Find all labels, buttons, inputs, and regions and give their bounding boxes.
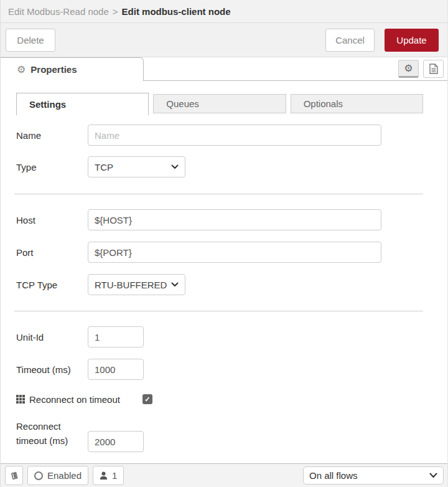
breadcrumb: Edit Modbus-Read node > Edit modbus-clie…	[1, 0, 447, 23]
tab-settings[interactable]: Settings	[16, 93, 149, 115]
node-settings-button[interactable]: ⚙	[398, 60, 419, 78]
reconnect-on-timeout-checkbox[interactable]: ✓	[142, 394, 152, 404]
tab-queues[interactable]: Queues	[153, 94, 286, 113]
chevron-down-icon	[429, 473, 437, 478]
unit-id-input[interactable]	[88, 326, 144, 348]
dialog-footer: Enabled 1 On all flows	[1, 463, 447, 487]
properties-tab-label: Properties	[30, 64, 77, 75]
breadcrumb-parent-link[interactable]: Edit Modbus-Read node	[8, 6, 109, 17]
port-input[interactable]	[88, 242, 381, 263]
settings-form: Name Type TCP Host Port TCP Type RTU-BUF…	[1, 125, 447, 452]
properties-header: ⚙ Properties ⚙	[1, 57, 447, 81]
user-icon	[100, 471, 108, 480]
reconnect-on-timeout-label: Reconnect on timeout	[29, 394, 120, 405]
grid-icon	[16, 395, 25, 404]
breadcrumb-separator: >	[113, 6, 118, 17]
settings-tab-strip: Settings Queues Optionals	[16, 93, 423, 115]
timeout-input[interactable]	[88, 359, 144, 380]
port-label: Port	[16, 247, 88, 258]
node-users-button[interactable]: 1	[93, 466, 124, 485]
type-select[interactable]: TCP	[88, 156, 185, 177]
reconnect-timeout-label: Reconnect timeout (ms)	[16, 419, 88, 452]
user-count: 1	[112, 470, 117, 481]
chevron-down-icon	[171, 282, 179, 287]
tcp-type-label: TCP Type	[16, 280, 88, 290]
node-description-button[interactable]	[423, 60, 444, 78]
node-help-button[interactable]	[5, 466, 23, 485]
tcp-type-select-value: RTU-BUFFERED	[95, 280, 171, 290]
book-icon	[9, 471, 19, 481]
section-divider	[14, 194, 423, 194]
enabled-label: Enabled	[47, 470, 82, 481]
circle-icon	[34, 471, 43, 480]
scope-select[interactable]: On all flows	[303, 466, 444, 485]
chevron-down-icon	[171, 164, 179, 169]
enabled-toggle-button[interactable]: Enabled	[27, 466, 88, 485]
section-divider	[14, 311, 423, 311]
host-input[interactable]	[88, 209, 381, 230]
tab-properties[interactable]: ⚙ Properties	[1, 57, 144, 81]
unit-id-label: Unit-Id	[16, 332, 88, 343]
gear-icon: ⚙	[404, 64, 413, 73]
tab-optionals[interactable]: Optionals	[291, 94, 423, 113]
gear-icon: ⚙	[17, 65, 26, 75]
host-label: Host	[16, 215, 88, 225]
delete-button[interactable]: Delete	[6, 29, 55, 52]
page-title: Edit modbus-client node	[122, 6, 231, 17]
update-button[interactable]: Update	[385, 29, 439, 52]
name-label: Name	[16, 130, 88, 141]
name-input[interactable]	[88, 125, 381, 146]
cancel-button[interactable]: Cancel	[325, 29, 375, 52]
type-select-value: TCP	[95, 162, 171, 173]
tcp-type-select[interactable]: RTU-BUFFERED	[88, 274, 185, 295]
dialog-toolbar: Delete Cancel Update	[1, 23, 447, 57]
scope-select-value: On all flows	[309, 470, 429, 481]
type-label: Type	[16, 162, 88, 173]
document-icon	[429, 64, 438, 74]
timeout-label: Timeout (ms)	[16, 364, 88, 375]
reconnect-timeout-input[interactable]	[88, 431, 144, 452]
